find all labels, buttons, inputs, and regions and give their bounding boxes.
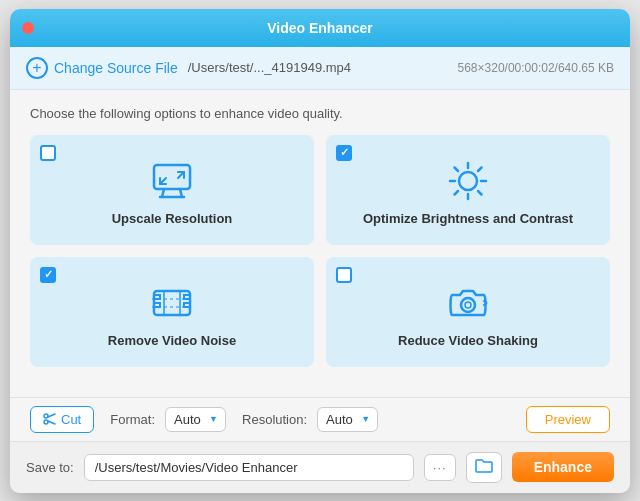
- traffic-lights: [22, 22, 34, 34]
- change-source-label: Change Source File: [54, 60, 178, 76]
- options-grid: Upscale Resolution: [30, 135, 610, 367]
- change-source-button[interactable]: + Change Source File: [26, 57, 178, 79]
- svg-point-28: [461, 298, 475, 312]
- noise-label: Remove Video Noise: [108, 333, 236, 348]
- cut-label: Cut: [61, 412, 81, 427]
- source-bar: + Change Source File /Users/test/..._419…: [10, 47, 630, 90]
- format-select[interactable]: Auto: [165, 407, 226, 432]
- brightness-label: Optimize Brightness and Contrast: [363, 211, 573, 226]
- window-title: Video Enhancer: [267, 20, 373, 36]
- save-to-label: Save to:: [26, 460, 74, 475]
- option-shaking: Reduce Video Shaking: [326, 257, 610, 367]
- source-file-info: 568×320/00:00:02/640.65 KB: [458, 61, 614, 75]
- brightness-icon: [446, 159, 490, 203]
- resolution-label: Resolution:: [242, 412, 307, 427]
- upscale-checkbox[interactable]: [40, 145, 56, 161]
- monitor-icon: [150, 159, 194, 203]
- more-options-button[interactable]: ···: [424, 454, 456, 481]
- scissors-icon: [43, 412, 57, 426]
- upscale-label: Upscale Resolution: [112, 211, 233, 226]
- preview-label: Preview: [545, 412, 591, 427]
- option-brightness: Optimize Brightness and Contrast: [326, 135, 610, 245]
- svg-line-15: [455, 167, 459, 171]
- svg-point-29: [465, 302, 471, 308]
- shaking-label: Reduce Video Shaking: [398, 333, 538, 348]
- folder-icon: [475, 458, 493, 474]
- plus-circle-icon: +: [26, 57, 48, 79]
- svg-point-10: [459, 172, 477, 190]
- enhance-label: Enhance: [534, 459, 592, 475]
- noise-checkbox[interactable]: [40, 267, 56, 283]
- svg-line-33: [48, 421, 55, 424]
- preview-button[interactable]: Preview: [526, 406, 610, 433]
- svg-rect-21: [154, 303, 160, 307]
- film-icon: [150, 281, 194, 325]
- main-window: Video Enhancer + Change Source File /Use…: [10, 9, 630, 493]
- svg-line-16: [478, 191, 482, 195]
- toolbar: Cut Format: Auto Resolution: Auto Previe…: [10, 397, 630, 441]
- close-button[interactable]: [22, 22, 34, 34]
- shaking-checkbox[interactable]: [336, 267, 352, 283]
- svg-line-32: [48, 414, 55, 417]
- footer: Save to: ··· Enhance: [10, 441, 630, 493]
- svg-rect-23: [184, 303, 190, 307]
- svg-line-17: [478, 167, 482, 171]
- option-noise: Remove Video Noise: [30, 257, 314, 367]
- titlebar: Video Enhancer: [10, 9, 630, 47]
- enhance-button[interactable]: Enhance: [512, 452, 614, 482]
- format-label: Format:: [110, 412, 155, 427]
- browse-folder-button[interactable]: [466, 452, 502, 483]
- option-upscale: Upscale Resolution: [30, 135, 314, 245]
- format-select-wrapper[interactable]: Auto: [165, 407, 226, 432]
- main-content: Choose the following options to enhance …: [10, 90, 630, 397]
- svg-line-18: [455, 191, 459, 195]
- source-file-path: /Users/test/..._4191949.mp4: [188, 60, 448, 75]
- svg-rect-20: [154, 295, 160, 299]
- camera-icon: [446, 281, 490, 325]
- save-path-input[interactable]: [84, 454, 414, 481]
- resolution-select[interactable]: Auto: [317, 407, 378, 432]
- instruction-text: Choose the following options to enhance …: [30, 106, 610, 121]
- brightness-checkbox[interactable]: [336, 145, 352, 161]
- svg-rect-22: [184, 295, 190, 299]
- cut-button[interactable]: Cut: [30, 406, 94, 433]
- resolution-select-wrapper[interactable]: Auto: [317, 407, 378, 432]
